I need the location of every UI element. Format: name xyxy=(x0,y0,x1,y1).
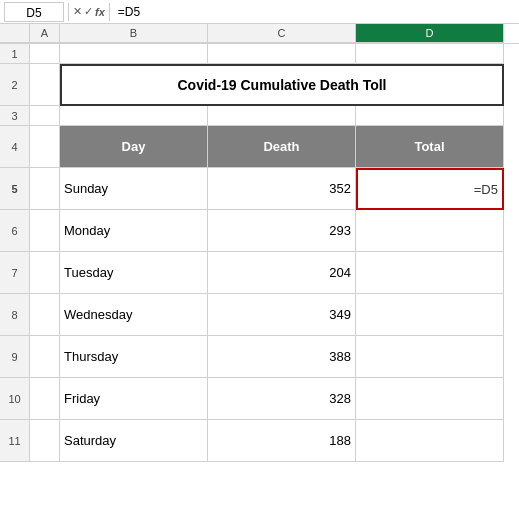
title-cell[interactable]: Covid-19 Cumulative Death Toll xyxy=(60,64,504,106)
row-num-11: 11 xyxy=(0,420,30,462)
row-num-9: 9 xyxy=(0,336,30,378)
cell-b11[interactable]: Saturday xyxy=(60,420,208,462)
cancel-icon[interactable]: ✕ xyxy=(73,5,82,18)
grid-row-3: 3 xyxy=(0,106,519,126)
cell-a11[interactable] xyxy=(30,420,60,462)
grid: A B C D 1 2 Covid-19 Cumulative D xyxy=(0,24,519,462)
cell-a5[interactable] xyxy=(30,168,60,210)
cell-c8[interactable]: 349 xyxy=(208,294,356,336)
fx-icon[interactable]: fx xyxy=(95,6,105,18)
row-num-8: 8 xyxy=(0,294,30,336)
cell-a2[interactable] xyxy=(30,64,60,106)
grid-row-7: 7 Tuesday 204 xyxy=(0,252,519,294)
col-header-b[interactable]: B xyxy=(60,24,208,43)
grid-row-10: 10 Friday 328 xyxy=(0,378,519,420)
cell-b9[interactable]: Thursday xyxy=(60,336,208,378)
cell-d9[interactable] xyxy=(356,336,504,378)
cell-b5[interactable]: Sunday xyxy=(60,168,208,210)
col-header-d[interactable]: D xyxy=(356,24,504,43)
cell-b6[interactable]: Monday xyxy=(60,210,208,252)
cell-c3[interactable] xyxy=(208,106,356,126)
corner-cell xyxy=(0,24,30,43)
cell-a7[interactable] xyxy=(30,252,60,294)
cell-c11[interactable]: 188 xyxy=(208,420,356,462)
cell-d7[interactable] xyxy=(356,252,504,294)
cell-a10[interactable] xyxy=(30,378,60,420)
row-num-4: 4 xyxy=(0,126,30,168)
grid-row-6: 6 Monday 293 xyxy=(0,210,519,252)
row-num-1: 1 xyxy=(0,44,30,64)
cell-b3[interactable] xyxy=(60,106,208,126)
cell-reference-box[interactable]: D5 xyxy=(4,2,64,22)
cell-c5[interactable]: 352 xyxy=(208,168,356,210)
col-header-a[interactable]: A xyxy=(30,24,60,43)
grid-row-11: 11 Saturday 188 xyxy=(0,420,519,462)
row-num-10: 10 xyxy=(0,378,30,420)
row-num-6: 6 xyxy=(0,210,30,252)
cell-c9[interactable]: 388 xyxy=(208,336,356,378)
cell-d6[interactable] xyxy=(356,210,504,252)
spreadsheet: D5 ✕ ✓ fx =D5 A B C D xyxy=(0,0,519,511)
cell-a1[interactable] xyxy=(30,44,60,64)
cell-d4-header[interactable]: Total xyxy=(356,126,504,168)
grid-row-1: 1 xyxy=(0,44,519,64)
formula-content: =D5 xyxy=(114,5,515,19)
row-num-2: 2 xyxy=(0,64,30,106)
cell-d1[interactable] xyxy=(356,44,504,64)
cell-b7[interactable]: Tuesday xyxy=(60,252,208,294)
cell-d3[interactable] xyxy=(356,106,504,126)
row-num-5: 5 xyxy=(0,168,30,210)
cell-c10[interactable]: 328 xyxy=(208,378,356,420)
formula-divider xyxy=(68,3,69,21)
cell-d5[interactable]: =D5 xyxy=(356,168,504,210)
cell-c4-header[interactable]: Death xyxy=(208,126,356,168)
cell-d8[interactable] xyxy=(356,294,504,336)
formula-bar: D5 ✕ ✓ fx =D5 xyxy=(0,0,519,24)
grid-row-8: 8 Wednesday 349 xyxy=(0,294,519,336)
confirm-icon[interactable]: ✓ xyxy=(84,5,93,18)
cell-a4[interactable] xyxy=(30,126,60,168)
cell-d10[interactable] xyxy=(356,378,504,420)
cell-a6[interactable] xyxy=(30,210,60,252)
cell-c1[interactable] xyxy=(208,44,356,64)
cell-b8[interactable]: Wednesday xyxy=(60,294,208,336)
grid-row-4: 4 Day Death Total xyxy=(0,126,519,168)
grid-row-2: 2 Covid-19 Cumulative Death Toll xyxy=(0,64,519,106)
column-header-row: A B C D xyxy=(0,24,519,44)
cell-a3[interactable] xyxy=(30,106,60,126)
grid-row-9: 9 Thursday 388 xyxy=(0,336,519,378)
cell-c6[interactable]: 293 xyxy=(208,210,356,252)
cell-b10[interactable]: Friday xyxy=(60,378,208,420)
cell-a8[interactable] xyxy=(30,294,60,336)
formula-icons: ✕ ✓ fx xyxy=(73,5,105,18)
row-num-7: 7 xyxy=(0,252,30,294)
cell-b1[interactable] xyxy=(60,44,208,64)
formula-divider2 xyxy=(109,3,110,21)
col-header-c[interactable]: C xyxy=(208,24,356,43)
cell-a9[interactable] xyxy=(30,336,60,378)
row-num-3: 3 xyxy=(0,106,30,126)
cell-d11[interactable] xyxy=(356,420,504,462)
cell-c7[interactable]: 204 xyxy=(208,252,356,294)
cell-b4-header[interactable]: Day xyxy=(60,126,208,168)
grid-row-5: 5 Sunday 352 =D5 xyxy=(0,168,519,210)
